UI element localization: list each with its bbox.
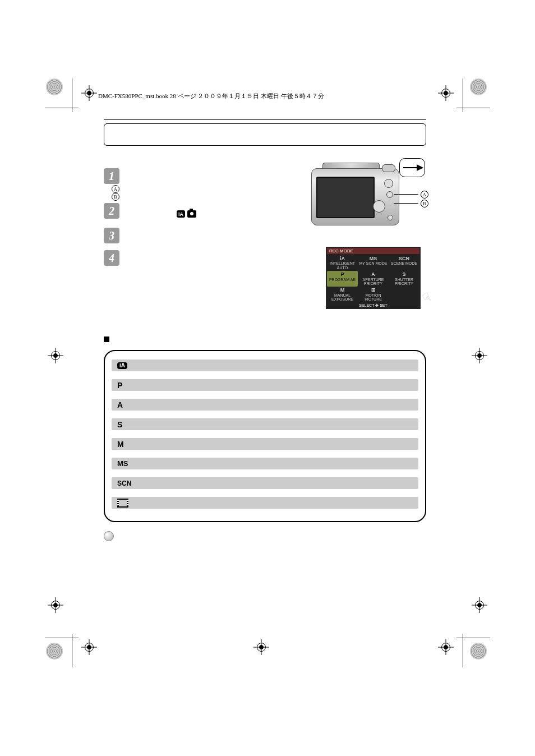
callout-b: B [421, 200, 428, 208]
note-icon [104, 531, 114, 541]
step-1-badge: 1 [104, 168, 119, 184]
rule-top [104, 119, 426, 120]
print-header: DMC-FX580PPC_mst.book 28 ページ ２００９年１月１５日 … [98, 92, 324, 100]
section-title-box [104, 123, 426, 146]
page-content: 1 A B 2 3 4 iA [104, 119, 426, 543]
mode-item-s: S [112, 418, 418, 430]
mode-item-scn: SCN [112, 477, 418, 489]
ia-badge-icon: iA [117, 362, 127, 369]
movie-icon [117, 499, 128, 508]
power-on-callout [399, 158, 425, 177]
ia-icon: iA [177, 210, 185, 218]
svg-marker-1 [417, 164, 423, 171]
mode-list-box: iA P A S M MS SCN [104, 350, 426, 522]
step-2-badge: 2 [104, 203, 119, 219]
mode-item-p: P [112, 379, 418, 391]
step2-icons: iA [177, 209, 196, 219]
mode-item-a: A [112, 399, 418, 411]
step-4-badge: 4 [104, 250, 119, 266]
mode-item-ms: MS [112, 458, 418, 469]
pointer-hand-icon: ☟ [420, 291, 433, 307]
camera-icon [187, 210, 196, 218]
mode-item-ia: iA [112, 359, 418, 371]
step1-sub-a: A [112, 185, 119, 193]
step-3-badge: 3 [104, 228, 119, 243]
mode-item-movie [112, 497, 418, 509]
step1-sub-b: B [112, 193, 119, 201]
rec-mode-title: REC MODE [327, 248, 419, 254]
camera-illustration: A B REC MODE iAINTELLIGENT AUTO MSMY SCN… [311, 168, 426, 225]
callout-a: A [421, 191, 428, 199]
mode-item-m: M [112, 438, 418, 450]
rec-mode-menu: REC MODE iAINTELLIGENT AUTO MSMY SCN MOD… [326, 247, 421, 309]
steps-area: 1 A B 2 3 4 iA [104, 168, 426, 336]
list-bullet-icon [104, 336, 109, 342]
